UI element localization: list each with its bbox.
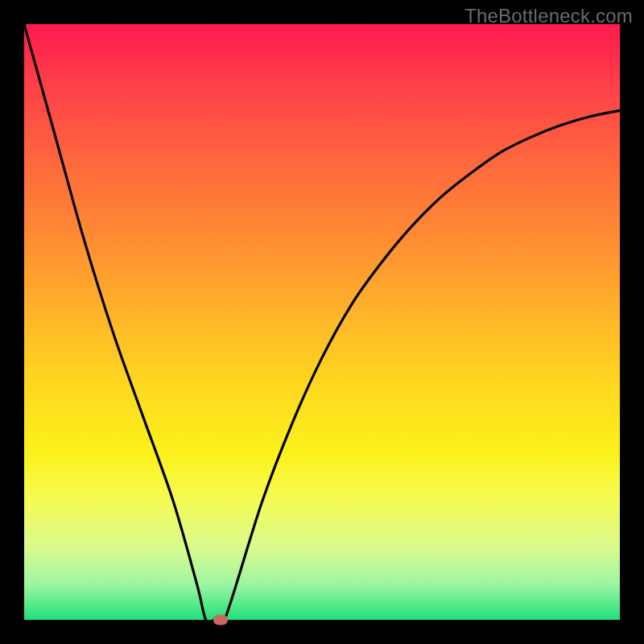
bottleneck-curve (24, 24, 620, 620)
plot-area (24, 24, 620, 620)
optimal-point-marker (213, 615, 228, 625)
curve-svg (24, 24, 620, 620)
chart-frame: TheBottleneck.com (0, 0, 644, 644)
